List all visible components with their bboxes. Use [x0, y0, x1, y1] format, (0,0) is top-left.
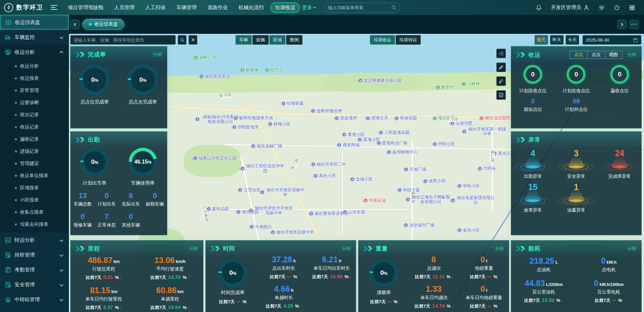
nav-menu-item[interactable]: 人员管理 — [110, 3, 139, 13]
map-label[interactable]: 科技大厦 — [398, 188, 420, 192]
map-label[interactable]: 丹阳小区 — [433, 142, 455, 146]
search-icon[interactable] — [391, 5, 397, 10]
clear-tool-button[interactable] — [496, 76, 506, 86]
map-label[interactable]: 福莱山市民文化公园 — [194, 156, 237, 161]
map-search-clear-button[interactable]: ✕ — [189, 35, 197, 45]
tab-forward-button[interactable] — [617, 20, 627, 29]
nav-more-button[interactable]: 更多 — [302, 4, 316, 11]
tab-more-button[interactable] — [629, 20, 639, 29]
map-label[interactable]: 金桥碧海绿洲 — [311, 109, 342, 113]
map-label[interactable]: 扬帆广场 — [194, 55, 216, 60]
date-quick-button[interactable]: 昨天 — [550, 35, 564, 45]
map-label[interactable]: 珠江路 — [290, 158, 300, 171]
analysis-link[interactable]: 分析 — [495, 246, 504, 252]
map-label[interactable]: 华电小区 — [457, 184, 479, 188]
date-quick-button[interactable]: 前天 — [535, 35, 548, 45]
analysis-link[interactable]: 分析 — [342, 246, 351, 252]
sidebar-subitem[interactable]: 垃圾去向报表 — [0, 218, 69, 231]
map-label[interactable]: 天地广场 — [404, 167, 426, 172]
layer-toggle-button[interactable]: 车辆 — [236, 35, 252, 45]
nav-menu-item[interactable]: 机械化清扫 — [234, 3, 268, 13]
map-label[interactable]: 泰山路 — [490, 150, 495, 162]
sidebar-item[interactable]: 转运分析 — [0, 233, 69, 247]
sidebar-subitem[interactable]: 收运记录 — [0, 121, 69, 133]
analysis-link[interactable]: 分析 — [627, 246, 637, 252]
tab-back-button[interactable] — [70, 20, 80, 29]
map-label[interactable]: 兰码头 — [478, 166, 496, 171]
select-tool-button[interactable] — [496, 90, 506, 100]
map-label[interactable]: 通发商城 — [338, 143, 360, 147]
map-label[interactable]: 银和怡海国奥天地 — [234, 116, 273, 120]
nav-menu-item[interactable]: 垃圾收运 — [270, 2, 300, 13]
collection-tab[interactable]: 桶数 — [605, 51, 623, 59]
map-label[interactable]: 山水名园 — [343, 210, 365, 214]
map-label[interactable]: 烟台开发区第一初级中学 — [463, 126, 507, 136]
map-label[interactable]: 静海小区 — [268, 121, 290, 126]
map-label[interactable]: 前蓝海岸 — [335, 116, 357, 120]
mode-toggle-button[interactable]: 垃圾收运 — [370, 35, 395, 45]
map-label[interactable]: 黄河路 — [219, 92, 232, 99]
sidebar-subitem[interactable]: 小区报表 — [0, 194, 69, 206]
map-label[interactable]: 烟台开发区高级中学 — [271, 230, 314, 235]
nav-menu-item[interactable]: 道路作业 — [203, 3, 232, 13]
measure-tool-button[interactable] — [496, 63, 506, 72]
map-search-input[interactable] — [74, 38, 172, 43]
gear-icon[interactable] — [598, 4, 605, 11]
map-label[interactable]: 怡海翠庭 — [282, 101, 304, 106]
sidebar-subitem[interactable]: 异常管理 — [0, 85, 69, 97]
map-label[interactable]: 烟台东星集团有限公司 — [451, 195, 496, 205]
nav-menu-item[interactable]: 项目管理驾驶舱 — [64, 3, 108, 13]
sidebar-subitem[interactable]: 收集点报表 — [0, 206, 69, 218]
map-label[interactable]: 听涛花园 — [395, 116, 417, 120]
map-label[interactable]: 烟台正海电子网板股份有限公司 — [406, 194, 451, 204]
map-label[interactable]: 金胜小区 — [424, 178, 446, 183]
map-label[interactable]: 振华购物中心 — [387, 150, 418, 154]
sidebar-item[interactable]: 收运仪表盘 — [0, 15, 69, 30]
abnormal-item[interactable]: 3 安全异常 — [554, 148, 598, 179]
map-label[interactable]: 瑞东金融广场 — [251, 143, 282, 148]
collection-tab[interactable]: 点位 — [570, 51, 588, 59]
nav-search-input[interactable] — [328, 5, 391, 10]
menu-toggle-icon[interactable] — [51, 5, 57, 10]
layer-list-tool-button[interactable] — [496, 49, 506, 58]
map-label[interactable]: 业达城市广场 — [404, 223, 435, 227]
map-label[interactable]: 星海商业广场 — [377, 140, 407, 145]
map-label[interactable]: 烟台业达医院 — [480, 116, 510, 120]
sidebar-subitem[interactable]: 收运单位报表 — [0, 170, 69, 182]
map-label[interactable]: 三和星海花园 — [379, 130, 410, 135]
map-label[interactable]: 凤台小区 — [314, 173, 336, 178]
map-label[interactable]: 烟台工程职业技术学院 — [241, 164, 285, 173]
tab-dashboard[interactable]: 收运仪表盘 — [82, 19, 124, 30]
sidebar-item[interactable]: 安全管理 — [0, 277, 69, 292]
map-label[interactable]: 瞭望台 — [436, 85, 454, 90]
map-search-button[interactable] — [178, 35, 187, 45]
map-label[interactable]: 烟台经济技术开发区实验中学 — [249, 206, 294, 215]
nav-search[interactable] — [324, 3, 400, 13]
map-label[interactable]: 烟台星龙客运 — [200, 74, 230, 79]
mode-toggle-button[interactable]: 垃圾转运 — [396, 35, 421, 45]
map-label[interactable]: 黄河路 — [446, 116, 458, 122]
sidebar-subitem[interactable]: 进场记录 — [0, 145, 69, 158]
date-quick-button[interactable]: 今天 — [566, 35, 579, 45]
sidebar-item[interactable]: 车辆监控 — [0, 30, 69, 45]
power-icon[interactable] — [614, 4, 620, 11]
map-label[interactable]: 盈科品园 — [207, 206, 229, 211]
abnormal-item[interactable]: 4 出勤异常 — [511, 148, 554, 179]
layer-toggle-button[interactable]: 设施 — [252, 35, 269, 45]
map-label[interactable]: 金沙滩健康主题公园 — [358, 78, 402, 83]
sidebar-subitem[interactable]: 区域报表 — [0, 182, 69, 194]
sidebar-subitem[interactable]: 管理建议 — [0, 158, 69, 170]
map-label[interactable]: 浦项(烟台)汽车配件制造有限公司 — [196, 114, 240, 124]
map-label[interactable]: 烟台开发区二中 — [312, 162, 346, 167]
abnormal-item[interactable]: 15 效率异常 — [511, 182, 554, 213]
map-label[interactable]: 烟台市开发区实验中学 — [261, 188, 305, 197]
sidebar-subitem[interactable]: 收运分析 — [0, 60, 69, 72]
analysis-link[interactable]: 分析 — [153, 52, 162, 58]
map-label[interactable]: 小树林 — [462, 81, 480, 86]
map-label[interactable]: 中粮朗云 — [250, 224, 272, 229]
map-label[interactable]: 金城小区 — [351, 176, 373, 181]
analysis-link[interactable]: 分析 — [627, 52, 637, 58]
collection-tab[interactable]: 点次 — [588, 51, 605, 59]
map-search[interactable] — [70, 35, 176, 45]
date-picker[interactable]: 2025-08-30 — [583, 35, 641, 45]
